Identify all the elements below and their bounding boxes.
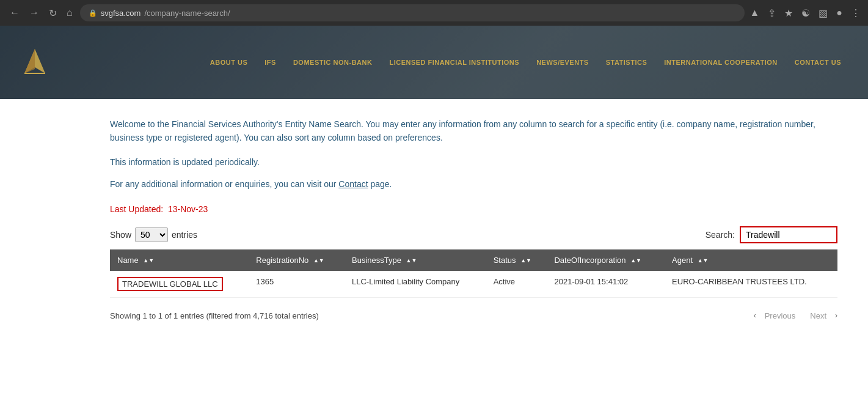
last-updated-label: Last Updated: [110,204,163,214]
browser-chrome: ← → ↻ ⌂ 🔒 svgfsa.com/company-name-search… [0,0,868,26]
contact-before-text: For any additional information or enquir… [110,179,338,189]
url-domain: svgfsa.com [101,9,141,18]
site-logo[interactable] [18,46,52,79]
cell-business-type: LLC-Limited Liability Company [345,271,486,298]
nav-item-contact-us[interactable]: CONTACT US [786,59,850,66]
browser-toolbar: ▲ ⇪ ★ ☯ ▧ ● ⋮ [749,7,861,19]
contact-after-text: page. [368,179,392,189]
table-footer: Showing 1 to 1 of 1 entries (filtered fr… [110,306,837,325]
contact-paragraph: For any additional information or enquir… [110,179,837,189]
share-icon[interactable]: ⇪ [768,7,776,19]
site-header: ABOUT US IFS DOMESTIC NON-BANK LICENSED … [0,26,868,99]
entries-label: entries [172,230,197,240]
table-controls: Show 10 25 50 100 entries Search: [110,226,837,243]
nav-item-about-us[interactable]: ABOUT US [202,59,256,66]
entries-per-page-select[interactable]: 10 25 50 100 [135,227,168,242]
col-header-name[interactable]: Name ▲▼ [110,249,249,271]
previous-button[interactable]: Previous [759,309,802,323]
nav-item-licensed-fi[interactable]: LICENSED FINANCIAL INSTITUTIONS [381,59,528,66]
main-nav: ABOUT US IFS DOMESTIC NON-BANK LICENSED … [64,59,850,66]
bookmark-icon[interactable]: ★ [784,7,793,19]
show-entries-control: Show 10 25 50 100 entries [110,227,197,242]
menu-icon[interactable]: ⋮ [851,7,861,19]
cell-agent: EURO-CARIBBEAN TRUSTEES LTD. [665,271,837,298]
table-header-row: Name ▲▼ RegistrationNo ▲▼ BusinessType ▲… [110,249,837,271]
last-updated-date: 13-Nov-23 [168,204,208,214]
nav-item-intl-coop[interactable]: INTERNATIONAL COOPERATION [655,59,786,66]
nav-home-button[interactable]: ⌂ [64,5,75,21]
show-label: Show [110,230,131,240]
previous-chevron: ‹ [754,311,756,320]
sort-agent-icon: ▲▼ [698,258,709,264]
header-content: ABOUT US IFS DOMESTIC NON-BANK LICENSED … [0,26,868,99]
lock-icon: 🔒 [89,9,97,17]
nav-refresh-button[interactable]: ↻ [46,5,59,21]
showing-text: Showing 1 to 1 of 1 entries (filtered fr… [110,311,319,320]
search-label: Search: [706,230,735,240]
pagination-controls: ‹ Previous Next › [754,309,837,323]
nav-forward-button[interactable]: → [27,5,42,21]
extensions-icon[interactable]: ☯ [801,7,810,19]
intro-paragraph: Welcome to the Financial Services Author… [110,117,837,145]
svg-marker-1 [24,49,35,73]
update-note: This information is updated periodically… [110,157,837,167]
sort-regno-icon: ▲▼ [313,258,324,264]
cast-icon[interactable]: ▲ [749,7,759,18]
contact-link[interactable]: Contact [338,179,368,189]
sort-date-icon: ▲▼ [630,258,641,264]
nav-item-ifs[interactable]: IFS [256,59,285,66]
cell-name: TRADEWILL GLOBAL LLC [110,271,249,298]
col-header-date-inc[interactable]: DateOfIncorporation ▲▼ [547,249,665,271]
search-box: Search: [706,226,837,243]
url-path: /company-name-search/ [144,9,230,18]
sort-status-icon: ▲▼ [520,258,531,264]
profile-icon[interactable]: ● [836,7,842,18]
col-header-agent[interactable]: Agent ▲▼ [665,249,837,271]
nav-item-news-events[interactable]: NEWS/EVENTS [528,59,597,66]
logo-svg [18,46,52,79]
layout-icon[interactable]: ▧ [819,7,828,19]
col-header-status[interactable]: Status ▲▼ [486,249,547,271]
table-row: TRADEWILL GLOBAL LLC 1365 LLC-Limited Li… [110,271,837,298]
search-input[interactable] [740,226,837,243]
cell-status: Active [486,271,547,298]
cell-date-inc: 2021-09-01 15:41:02 [547,271,665,298]
nav-back-button[interactable]: ← [7,5,22,21]
main-content: Welcome to the Financial Services Author… [0,99,868,338]
address-bar[interactable]: 🔒 svgfsa.com/company-name-search/ [80,4,745,21]
sort-name-icon: ▲▼ [143,258,154,264]
next-button[interactable]: Next [804,309,833,323]
next-chevron: › [835,311,837,320]
sort-businesstype-icon: ▲▼ [406,258,417,264]
nav-item-domestic-non-bank[interactable]: DOMESTIC NON-BANK [285,59,381,66]
col-header-reg-no[interactable]: RegistrationNo ▲▼ [249,249,345,271]
col-header-business-type[interactable]: BusinessType ▲▼ [345,249,486,271]
entity-table: Name ▲▼ RegistrationNo ▲▼ BusinessType ▲… [110,249,837,298]
company-name-boxed: TRADEWILL GLOBAL LLC [117,277,223,291]
cell-reg-no: 1365 [249,271,345,298]
nav-item-statistics[interactable]: STATISTICS [597,59,656,66]
last-updated-line: Last Updated: 13-Nov-23 [110,204,837,214]
